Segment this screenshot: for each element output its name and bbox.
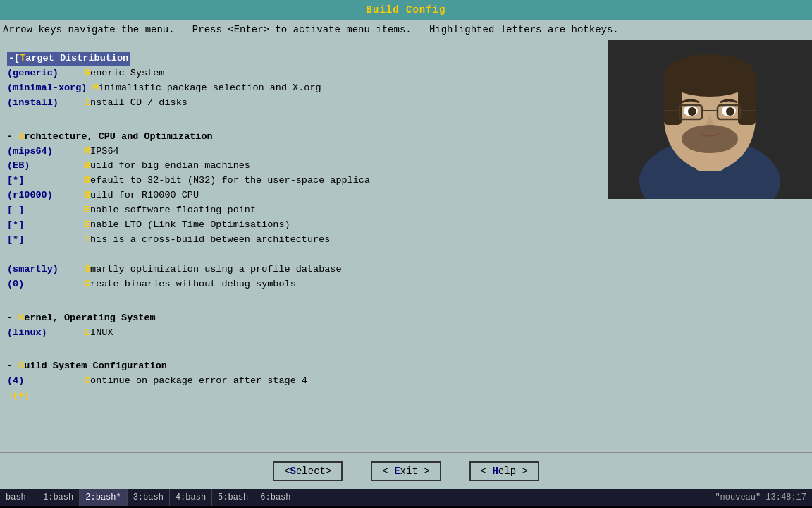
tmux-tab-4-label: 4:bash xyxy=(176,492,206,502)
tmux-time: 13:48:17 xyxy=(765,492,806,502)
item-key-generic: (generic) xyxy=(7,66,85,81)
item-key-lto: [*] xyxy=(7,218,85,233)
svg-point-10 xyxy=(726,107,734,116)
tmux-tab-bash-prefix[interactable]: bash- xyxy=(0,489,37,506)
item-desc-mips64: MIPS64 xyxy=(85,145,119,159)
menu-item-debug[interactable]: (0) Create binaries without debug symbol… xyxy=(7,277,806,292)
item-desc-r10000: Build for R10000 CPU xyxy=(85,188,199,203)
menu-item-softfp[interactable]: [ ] Enable software floating point xyxy=(7,203,806,218)
tmux-right-info: "nouveau" 13:48:17 xyxy=(709,492,812,502)
help-button[interactable]: < Help > xyxy=(469,461,539,481)
section-buildsys: - Build System Configuration xyxy=(7,359,806,374)
tmux-session-name: "nouveau" xyxy=(715,492,761,502)
item-desc-generic: Generic System xyxy=(85,66,164,81)
item-desc-eb: Build for big endian machines xyxy=(85,159,250,174)
tmux-tab-2[interactable]: 2:bash* xyxy=(80,489,127,506)
item-desc-crossbuild: This is a cross-build between architectu… xyxy=(85,233,330,248)
top-bar-title: Build Config xyxy=(367,4,446,16)
tmux-tab-1-label: 1:bash xyxy=(43,492,73,502)
item-key-debug: (0) xyxy=(7,277,85,292)
tmux-tab-6[interactable]: 6:bash xyxy=(254,489,297,506)
webcam-face xyxy=(608,40,812,199)
tmux-tab-5-label: 5:bash xyxy=(218,492,248,502)
tmux-tab-3[interactable]: 3:bash xyxy=(128,489,170,506)
item-desc-stage4: Continue on package error after stage 4 xyxy=(85,374,307,389)
section-kernel: - Kernel, Operating System xyxy=(7,311,806,326)
webcam xyxy=(608,40,812,199)
tmux-bar: bash- 1:bash 2:bash* 3:bash 4:bash 5:bas… xyxy=(0,489,812,506)
item-key-eb: (EB) xyxy=(7,159,85,174)
item-key-linux: (linux) xyxy=(7,326,85,341)
svg-point-11 xyxy=(682,125,738,153)
item-key-softfp: [ ] xyxy=(7,203,85,218)
tmux-tab-2-label: 2:bash* xyxy=(85,492,121,502)
webcam-svg xyxy=(608,40,812,199)
item-desc-lto: Enable LTO (Link Time Optimisations) xyxy=(85,218,290,233)
menu-item-stage4[interactable]: (4) Continue on package error after stag… xyxy=(7,374,806,389)
item-key-crossbuild: [*] xyxy=(7,233,85,248)
nav-hint: Arrow keys navigate the menu. Press <Ent… xyxy=(0,20,812,40)
tmux-tab-3-label: 3:bash xyxy=(133,492,164,502)
item-key-minimal-xorg: (minimal-xorg) xyxy=(7,81,93,96)
menu-item-lto[interactable]: [*] Enable LTO (Link Time Optimisations) xyxy=(7,218,806,233)
nav-hint-text: Arrow keys navigate the menu. Press <Ent… xyxy=(3,24,619,35)
svg-point-9 xyxy=(688,107,696,116)
tmux-tab-6-label: 6:bash xyxy=(260,492,290,502)
item-key-r10000: (r10000) xyxy=(7,188,85,203)
item-key-smartly: (smartly) xyxy=(7,262,85,277)
menu-item-more: ↓(+) xyxy=(7,389,806,404)
top-bar: Build Config xyxy=(0,0,812,20)
scroll-indicator: ↓(+) xyxy=(7,389,30,404)
help-hotkey: H xyxy=(492,466,498,477)
item-desc-debug: Create binaries without debug symbols xyxy=(85,277,296,292)
menu-item-linux[interactable]: (linux) LINUX xyxy=(7,326,806,341)
tmux-tabs: bash- 1:bash 2:bash* 3:bash 4:bash 5:bas… xyxy=(0,489,297,506)
item-desc-linux: LINUX xyxy=(85,326,113,341)
item-desc-smartly: Smartly optimization using a profile dat… xyxy=(85,262,342,277)
tmux-tab-1[interactable]: 1:bash xyxy=(37,489,80,506)
tmux-tab-4[interactable]: 4:bash xyxy=(170,489,212,506)
main-area: -[Target Distribution (generic) Generic … xyxy=(0,40,812,452)
target-distribution-header: -[Target Distribution xyxy=(7,52,130,66)
menu-item-smartly[interactable]: (smartly) Smartly optimization using a p… xyxy=(7,262,806,277)
exit-hotkey: E xyxy=(394,466,400,477)
item-desc-minimal-xorg: Minimalistic package selection and X.org xyxy=(93,81,321,96)
item-key-mips64: (mips64) xyxy=(7,145,85,159)
menu-item-crossbuild[interactable]: [*] This is a cross-build between archit… xyxy=(7,233,806,248)
item-key-n32: [*] xyxy=(7,174,85,188)
item-key-stage4: (4) xyxy=(7,374,85,389)
tmux-tab-5[interactable]: 5:bash xyxy=(212,489,254,506)
button-bar: <Select> < Exit > < Help > xyxy=(0,452,812,489)
exit-button[interactable]: < Exit > xyxy=(371,461,441,481)
item-desc-softfp: Enable software floating point xyxy=(85,203,256,218)
item-desc-install: Install CD / disks xyxy=(85,96,187,111)
item-desc-n32: Default to 32-bit (N32) for the user-spa… xyxy=(85,174,370,188)
select-button[interactable]: <Select> xyxy=(273,461,343,481)
select-hotkey: S xyxy=(290,466,296,477)
tmux-tab-label: bash- xyxy=(6,492,31,502)
item-key-install: (install) xyxy=(7,96,85,111)
